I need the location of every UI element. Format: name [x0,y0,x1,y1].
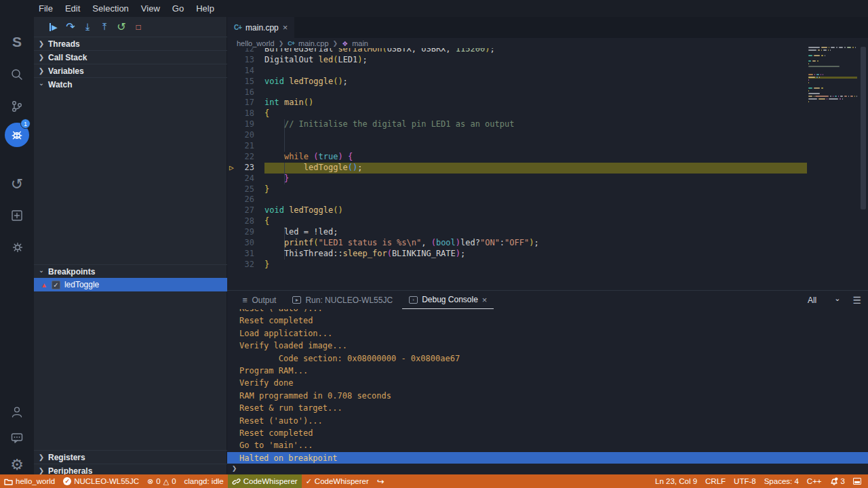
tab-output[interactable]: ≣ Output [235,291,283,309]
breadcrumb-file[interactable]: main.cpp [298,39,329,47]
language-item[interactable]: C++ [803,474,826,488]
menu-edit[interactable]: Edit [59,0,86,17]
line-number[interactable]: 28 [227,216,254,227]
step-into-button[interactable]: ⤓ [81,21,94,33]
minimap[interactable] [808,47,857,108]
line-number[interactable]: 29 [227,227,254,238]
editor-scrollbar[interactable] [861,47,866,209]
line-number[interactable]: 30 [227,238,254,249]
console-line[interactable]: Reset & run target... [227,402,868,414]
console-line[interactable]: Reset ('auto')... [227,415,868,427]
plus-square-icon[interactable] [0,200,34,231]
code-line-31[interactable]: 31 ThisThread::sleep_for(BLINKING_RATE); [227,249,868,260]
console-line[interactable]: Verify done [227,377,868,389]
workspace-item[interactable]: hello_world [0,474,59,488]
section-registers[interactable]: ❯ Registers [34,450,227,464]
codewhisperer-connect-item[interactable]: CodeWhisperer [228,474,302,488]
eol-item[interactable]: CRLF [701,474,730,488]
code-line-16[interactable]: 16 [227,87,868,98]
source-control-icon[interactable] [0,91,34,122]
console-line-selected[interactable]: Halted on breakpoint [227,452,868,464]
history-icon[interactable]: ↺ [0,169,34,200]
restart-button[interactable]: ↺ [115,21,127,33]
console-line[interactable]: Reset ('auto')... [227,309,868,314]
console-line[interactable]: Reset completed [227,427,868,439]
code-line-20[interactable]: 20 [227,130,868,141]
line-number[interactable]: 20 [227,130,254,141]
code-line-25[interactable]: 25} [227,184,868,195]
code-editor[interactable]: 12BufferedSerial serialMon(USBTX, USBRX,… [227,48,868,290]
line-number[interactable]: 12 [227,48,254,55]
notifications-item[interactable]: 3 [826,474,849,488]
line-number[interactable]: 21 [227,141,254,152]
debug-current-line-arrow-icon[interactable]: ▷ [229,163,234,174]
problems-item[interactable]: ⊗ 0 △ 0 [143,474,180,488]
menu-help[interactable]: Help [190,0,220,17]
line-number[interactable]: 27 [227,205,254,216]
menu-selection[interactable]: Selection [86,0,134,17]
console-input-prompt[interactable]: ❯ [227,464,868,475]
code-line-24[interactable]: 24 } [227,174,868,184]
section-watch[interactable]: ⌄ Watch [34,77,227,91]
code-line-19[interactable]: 19 // Initialise the digital pin LED1 as… [227,119,868,130]
search-icon[interactable] [0,59,34,90]
codewhisperer-status-item[interactable]: ✓ CodeWhisperer [302,474,373,488]
close-icon[interactable]: × [283,22,288,33]
code-line-28[interactable]: 28{ [227,216,868,227]
console-line[interactable]: Code section: 0x08000000 - 0x0800ae67 [227,352,868,365]
section-threads[interactable]: ❯ Threads [34,37,227,50]
line-number[interactable]: 31 [227,249,254,260]
line-number[interactable]: 16 [227,87,254,98]
breadcrumb-folder[interactable]: hello_world [237,39,275,47]
close-icon[interactable]: × [482,295,488,305]
line-number[interactable]: 32 [227,260,254,270]
section-breakpoints[interactable]: ⌄ Breakpoints [34,264,227,278]
menu-go[interactable]: Go [166,0,190,17]
line-number[interactable]: 26 [227,195,254,205]
section-variables[interactable]: ❯ Variables [34,64,227,77]
code-line-26[interactable]: 26 [227,195,868,205]
line-number[interactable]: 19 [227,119,254,130]
line-number[interactable]: 22 [227,152,254,163]
panel-layout-item[interactable] [849,474,868,488]
code-line-17[interactable]: 17int main() [227,98,868,108]
s-logo-icon[interactable]: S [0,26,34,58]
line-number[interactable]: 24 [227,174,254,184]
tab-main-cpp[interactable]: C+ main.cpp × [227,17,295,38]
code-line-21[interactable]: 21 [227,141,868,152]
console-filter-dropdown[interactable]: All ⌄ [804,294,845,306]
code-line-13[interactable]: 13DigitalOut led(LED1); [227,55,868,66]
section-call-stack[interactable]: ❯ Call Stack [34,50,227,64]
panel-options-icon[interactable]: ☰ [852,295,861,306]
tab-debug-console[interactable]: › Debug Console × [402,291,494,309]
menu-view[interactable]: View [135,0,166,17]
code-line-14[interactable]: 14 [227,66,868,77]
indent-item[interactable]: Spaces: 4 [760,474,803,488]
code-line-12[interactable]: 12BufferedSerial serialMon(USBTX, USBRX,… [227,48,868,55]
continue-button[interactable]: ▶ [47,21,60,33]
console-line[interactable]: Go to 'main'... [227,439,868,451]
debug-console-output[interactable]: Reset ('auto')...Reset completedLoad app… [227,309,868,464]
line-number[interactable]: 17 [227,98,254,108]
breakpoint-checkbox[interactable]: ✓ [52,281,60,289]
code-line-27[interactable]: 27void ledToggle() [227,205,868,216]
embedded-tools-icon[interactable] [0,231,34,262]
line-number[interactable]: 15 [227,77,254,87]
step-over-button[interactable]: ↷ [64,21,77,33]
line-number[interactable]: 25 [227,184,254,195]
console-line[interactable]: RAM programmed in 0.708 seconds [227,390,868,402]
code-line-23[interactable]: ▷23 ledToggle(); [227,163,868,174]
launch-item[interactable]: ↪ [373,474,389,488]
line-number[interactable]: 13 [227,55,254,66]
cursor-position-item[interactable]: Ln 23, Col 9 [651,474,701,488]
console-line[interactable]: Load application... [227,327,868,340]
code-line-29[interactable]: 29 led = !led; [227,227,868,238]
code-line-15[interactable]: 15void ledToggle(); [227,77,868,87]
line-number[interactable]: 18 [227,108,254,119]
code-line-18[interactable]: 18{ [227,108,868,119]
code-line-30[interactable]: 30 printf("LED1 status is %s\n", (bool)l… [227,238,868,249]
console-line[interactable]: Program RAM... [227,365,868,377]
console-line[interactable]: Verify loaded image... [227,340,868,352]
stop-button[interactable]: □ [132,21,144,33]
console-line[interactable]: Reset completed [227,314,868,327]
